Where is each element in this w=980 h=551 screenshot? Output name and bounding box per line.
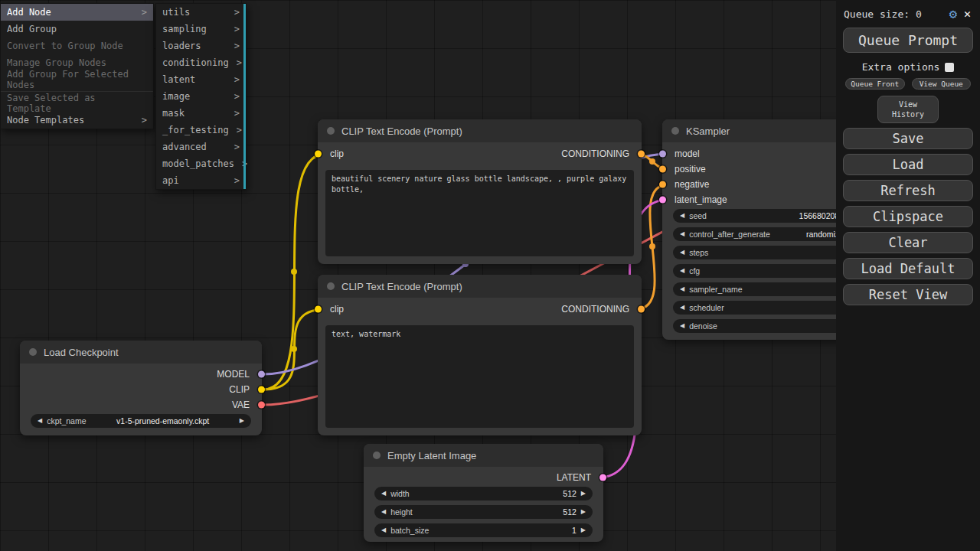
submenu-item-image[interactable]: image >: [156, 88, 246, 105]
node-title-bar[interactable]: Load Checkpoint: [20, 341, 262, 364]
prompt-textarea[interactable]: beautiful scenery nature glass bottle la…: [325, 170, 634, 256]
submenu-scrollbar[interactable]: [243, 4, 246, 189]
collapse-dot[interactable]: [671, 127, 679, 135]
conditioning-output-slot[interactable]: [638, 306, 645, 313]
prev-option-arrow-icon[interactable]: ◀: [38, 418, 42, 424]
queue-prompt-button[interactable]: Queue Prompt: [843, 28, 973, 53]
comfy-menu-panel: Queue size: 0 ⚙ ✕ Queue Prompt Extra opt…: [836, 0, 980, 551]
menu-item-save-selected-as-template: Save Selected as Template: [1, 95, 153, 112]
settings-gear-icon[interactable]: ⚙: [949, 8, 957, 21]
model-input-slot[interactable]: [659, 151, 666, 158]
submenu-arrow-icon: >: [234, 142, 240, 152]
submenu-item-sampling[interactable]: sampling >: [156, 21, 246, 37]
decrement-arrow-icon[interactable]: ◀: [381, 527, 386, 533]
submenu-item-utils[interactable]: utils >: [156, 4, 246, 21]
view-history-button[interactable]: View History: [877, 96, 939, 123]
node-title-bar[interactable]: CLIP Text Encode (Prompt): [318, 119, 642, 142]
refresh-button[interactable]: Refresh: [843, 180, 973, 201]
menu-item-add-group[interactable]: Add Group: [1, 21, 153, 37]
positive-input-slot[interactable]: [659, 166, 666, 173]
collapse-dot[interactable]: [327, 282, 335, 290]
conditioning-output-slot[interactable]: [638, 151, 645, 158]
menu-item-node-templates[interactable]: Node Templates >: [1, 112, 153, 129]
node-ksampler[interactable]: KSampler model positive negative latent_…: [662, 119, 861, 340]
node-empty-latent-image[interactable]: Empty Latent Image LATENT ◀ width 512 ▶ …: [364, 444, 603, 542]
latent-input-slot[interactable]: [659, 197, 666, 204]
collapse-dot[interactable]: [327, 127, 335, 135]
wire-dot: [649, 243, 655, 249]
clip-input-slot[interactable]: [315, 151, 322, 158]
node-clip-text-encode-2[interactable]: CLIP Text Encode (Prompt) clip CONDITION…: [318, 275, 642, 435]
submenu-item-mask[interactable]: mask >: [156, 105, 246, 122]
decrement-arrow-icon[interactable]: ◀: [680, 305, 684, 311]
submenu-arrow-icon: >: [237, 125, 242, 135]
menu-item-add-node[interactable]: Add Node >: [1, 4, 153, 21]
collapse-dot[interactable]: [373, 452, 381, 459]
clip-input-slot[interactable]: [315, 306, 322, 313]
next-option-arrow-icon[interactable]: ▶: [240, 418, 244, 424]
save-button[interactable]: Save: [843, 128, 973, 149]
submenu-item-conditioning[interactable]: conditioning >: [156, 54, 246, 71]
widget-seed[interactable]: ◀ seed 1566802087: [673, 209, 851, 223]
clear-button[interactable]: Clear: [843, 232, 973, 253]
extra-options-checkbox[interactable]: [945, 63, 954, 72]
submenu-item-model-patches[interactable]: model_patches >: [156, 155, 246, 172]
node-title-bar[interactable]: Empty Latent Image: [364, 444, 603, 467]
add-node-submenu: utils > sampling > loaders > conditionin…: [155, 3, 247, 190]
widget-ckpt-name[interactable]: ◀ ckpt_name v1-5-pruned-emaonly.ckpt ▶: [31, 414, 251, 428]
prompt-textarea[interactable]: text, watermark: [325, 325, 634, 428]
wire-clip-to-prompt1: [263, 154, 325, 390]
submenu-arrow-icon: >: [234, 24, 240, 34]
widget-control-after-generate[interactable]: ◀ control_after_generate randomize: [673, 227, 851, 241]
submenu-item-loaders[interactable]: loaders >: [156, 37, 246, 54]
load-button[interactable]: Load: [843, 154, 973, 175]
load-default-button[interactable]: Load Default: [843, 258, 973, 279]
decrement-arrow-icon[interactable]: ◀: [680, 213, 684, 219]
submenu-arrow-icon: >: [234, 41, 240, 51]
node-clip-text-encode-1[interactable]: CLIP Text Encode (Prompt) clip CONDITION…: [318, 119, 642, 264]
decrement-arrow-icon[interactable]: ◀: [680, 268, 684, 274]
latent-output-slot[interactable]: [599, 474, 606, 481]
input-label: positive: [675, 164, 706, 174]
widget-sampler-name[interactable]: ◀ sampler_name: [673, 282, 851, 296]
node-title-bar[interactable]: CLIP Text Encode (Prompt): [318, 275, 642, 298]
widget-width[interactable]: ◀ width 512 ▶: [374, 487, 593, 500]
decrement-arrow-icon[interactable]: ◀: [381, 491, 386, 497]
widget-scheduler[interactable]: ◀ scheduler: [673, 301, 851, 315]
decrement-arrow-icon[interactable]: ◀: [680, 286, 684, 292]
decrement-arrow-icon[interactable]: ◀: [680, 231, 684, 237]
model-output-slot[interactable]: [258, 371, 265, 378]
clipspace-button[interactable]: Clipspace: [843, 206, 973, 227]
clip-output-slot[interactable]: [258, 386, 265, 393]
close-menu-icon[interactable]: ✕: [964, 8, 971, 20]
widget-denoise[interactable]: ◀ denoise: [673, 319, 851, 333]
reset-view-button[interactable]: Reset View: [843, 284, 973, 305]
widget-batch-size[interactable]: ◀ batch_size 1 ▶: [374, 523, 593, 537]
view-queue-button[interactable]: View Queue: [912, 78, 972, 90]
decrement-arrow-icon[interactable]: ◀: [680, 323, 684, 329]
increment-arrow-icon[interactable]: ▶: [581, 527, 586, 533]
widget-height[interactable]: ◀ height 512 ▶: [374, 505, 593, 519]
graph-canvas[interactable]: CLIP Text Encode (Prompt) clip CONDITION…: [0, 0, 980, 551]
collapse-dot[interactable]: [29, 348, 37, 356]
negative-input-slot[interactable]: [659, 181, 666, 188]
submenu-item-advanced[interactable]: advanced >: [156, 139, 246, 155]
submenu-item-for-testing[interactable]: _for_testing >: [156, 122, 246, 139]
node-title: KSampler: [686, 126, 730, 137]
increment-arrow-icon[interactable]: ▶: [581, 509, 586, 515]
submenu-item-latent[interactable]: latent >: [156, 71, 246, 88]
node-load-checkpoint[interactable]: Load Checkpoint MODEL CLIP VAE ◀ ckpt_na…: [20, 341, 262, 435]
output-label: LATENT: [557, 472, 591, 483]
submenu-item-api[interactable]: api >: [156, 172, 246, 189]
submenu-arrow-icon: >: [234, 175, 240, 186]
vae-output-slot[interactable]: [258, 402, 265, 409]
decrement-arrow-icon[interactable]: ◀: [680, 249, 684, 256]
context-menu: Add Node > Add Group Convert to Group No…: [0, 3, 154, 129]
decrement-arrow-icon[interactable]: ◀: [381, 509, 386, 515]
widget-cfg[interactable]: ◀ cfg: [673, 264, 851, 278]
queue-front-button[interactable]: Queue Front: [845, 78, 905, 90]
node-title-bar[interactable]: KSampler: [662, 119, 861, 142]
widget-steps[interactable]: ◀ steps: [673, 246, 851, 259]
queue-size-label: Queue size: 0: [844, 8, 942, 20]
increment-arrow-icon[interactable]: ▶: [581, 491, 586, 497]
